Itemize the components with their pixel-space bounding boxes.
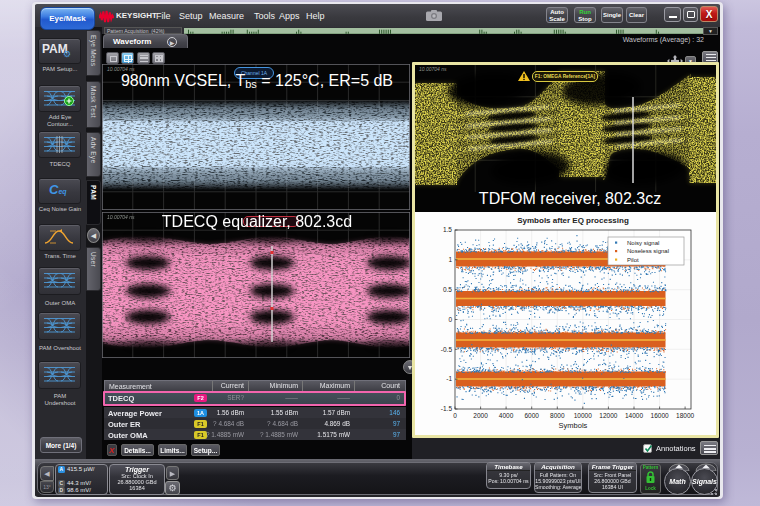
svg-text:1: 1 <box>448 256 452 263</box>
svg-text:18000: 18000 <box>676 412 694 419</box>
svg-text:2000: 2000 <box>473 412 488 419</box>
svg-text:12000: 12000 <box>599 412 617 419</box>
svg-text:Noisy signal: Noisy signal <box>627 240 659 246</box>
svg-text:0.5: 0.5 <box>443 286 452 293</box>
svg-text:1.5: 1.5 <box>443 226 452 233</box>
svg-text:16000: 16000 <box>651 412 669 419</box>
svg-text:6000: 6000 <box>524 412 539 419</box>
svg-text:-1: -1 <box>446 375 452 382</box>
svg-text:0: 0 <box>453 412 457 419</box>
svg-text:4000: 4000 <box>499 412 514 419</box>
svg-text:14000: 14000 <box>625 412 643 419</box>
svg-text:0: 0 <box>448 316 452 323</box>
svg-text:-0.5: -0.5 <box>441 346 453 353</box>
svg-text:Pilot: Pilot <box>627 257 639 263</box>
svg-text:Symbols: Symbols <box>559 421 588 430</box>
svg-text:-1.5: -1.5 <box>441 405 453 412</box>
svg-text:10000: 10000 <box>574 412 592 419</box>
svg-text:8000: 8000 <box>550 412 565 419</box>
svg-text:Noseless signal: Noseless signal <box>627 248 669 254</box>
svg-text:Symbols after EQ processing: Symbols after EQ processing <box>517 216 629 225</box>
